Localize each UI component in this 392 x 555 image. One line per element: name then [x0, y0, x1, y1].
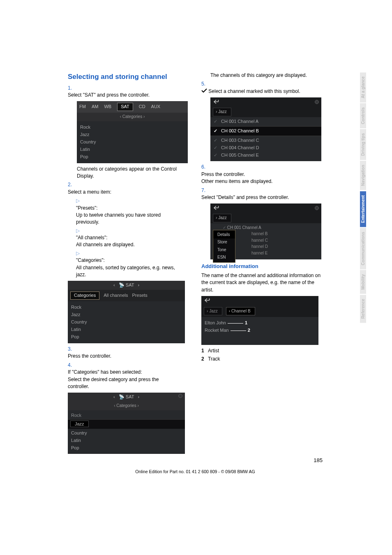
track-name: Rocket Man — [205, 328, 229, 333]
cat-row: Latin — [80, 146, 184, 153]
back-icon — [213, 99, 220, 105]
breadcrumb-jazz: Jazz — [218, 109, 227, 114]
annotation-2: 2 — [248, 328, 250, 333]
tab-driving-tips[interactable]: Driving tips — [360, 129, 366, 160]
breadcrumb-jazz: Jazz — [218, 215, 227, 220]
check-icon: ✓ — [214, 137, 221, 144]
step-number: 5. — [201, 81, 210, 88]
cat-row: Pop — [71, 444, 182, 452]
bullet-text: "All channels": All channels are display… — [76, 234, 182, 249]
channel-row: CH 001 Channel A — [227, 225, 261, 230]
paragraph-additional: The name of the channel and additional i… — [201, 272, 323, 294]
screenshot-details-menu: › Jazz ✓ CH 001 Channel A Details Store … — [210, 204, 321, 259]
cat-row: Pop — [80, 153, 184, 161]
channel-row: CH 005 Channel E — [221, 153, 259, 157]
step-text: Press the controller. — [68, 353, 180, 360]
band-wb: WB — [104, 104, 111, 110]
legend-text: Track — [208, 356, 220, 362]
screenshot-sat-tabs: ‹ 📡 SAT › Categories All channels Preset… — [68, 281, 185, 343]
screenshot-sat-categories-jazz: ‹ 📡 SAT › ‹ Categories › Rock Jazz Count… — [68, 393, 185, 454]
menu-details-selected: Details — [213, 231, 235, 239]
step-number: 4. — [68, 362, 76, 369]
tab-categories-selected: Categories — [70, 291, 99, 300]
menu-tone: Tone — [213, 246, 235, 254]
channel-row: CH 001 Channel A — [221, 119, 258, 124]
tab-controls[interactable]: Controls — [360, 103, 366, 128]
check-icon: ✓ — [214, 145, 221, 151]
step-number: 2. — [68, 181, 76, 188]
channel-row-selected: CH 002 Channel B — [221, 128, 259, 133]
cat-row: Latin — [71, 437, 182, 444]
cat-row: Country — [71, 319, 182, 326]
cat-row: Rock — [80, 124, 184, 131]
cat-row-jazz-selected: Jazz — [70, 421, 89, 427]
check-icon: ✓ — [214, 152, 221, 159]
bullet-text: "Categories": All channels, sorted by ca… — [76, 257, 182, 278]
screenshot-now-playing: › Jazz › Channel B Elton John1 Rocket Ma… — [201, 296, 318, 345]
check-icon: ✓ — [214, 118, 221, 125]
back-icon — [213, 205, 220, 211]
sat-icon: 📡 — [119, 394, 125, 399]
cat-row: Rock — [71, 304, 182, 311]
menu-esn: ESN — [213, 254, 235, 261]
menu-store: Store — [213, 238, 235, 246]
cat-row: Jazz — [80, 131, 184, 139]
knob-icon — [315, 206, 319, 210]
step-number: 6. — [201, 164, 210, 171]
knob-icon — [315, 100, 319, 104]
step-text: Select a channel marked with this symbol… — [201, 88, 314, 95]
triangle-bullet-icon: ▷ — [76, 250, 82, 257]
subheader-categories: Categories — [116, 403, 136, 408]
screenshot-sat-bands: FM AM WB SAT CD AUX ‹ Categories › Rock … — [77, 101, 188, 163]
cat-row: Country — [80, 139, 184, 146]
legend-num: 2 — [201, 356, 208, 363]
tab-at-a-glance[interactable]: At a glance — [360, 72, 366, 102]
band-fm: FM — [79, 104, 86, 110]
cat-row: Pop — [71, 333, 182, 341]
step-text: Select "SAT" and press the controller. — [68, 92, 180, 99]
sat-icon: 📡 — [119, 282, 125, 287]
step-text: Select "Details" and press the controlle… — [201, 194, 314, 201]
channel-row: CH 003 Channel C — [221, 138, 259, 143]
step-number: 1. — [68, 85, 76, 92]
tab-all-channels: All channels — [104, 292, 128, 299]
breadcrumb-channel: Channel B — [231, 309, 251, 313]
page-number: 185 — [68, 457, 323, 463]
step-text: Press the controller. Other menu items a… — [201, 171, 314, 185]
cat-row: Jazz — [71, 311, 182, 319]
tab-entertainment-active[interactable]: Entertainment — [360, 191, 366, 227]
triangle-bullet-icon: ▷ — [76, 197, 82, 204]
cat-row: Country — [71, 430, 182, 437]
note-text: The channels of this category are displa… — [210, 72, 323, 79]
note-text: Channels or categories appear on the Con… — [77, 166, 189, 180]
step-text: If "Categories" has been selected: Selec… — [68, 369, 180, 390]
tab-reference[interactable]: Reference — [360, 295, 366, 323]
step-number: 7. — [201, 187, 210, 194]
subheading-additional: Additional information — [201, 263, 323, 271]
legend-num: 1 — [201, 347, 208, 354]
footer-line: Online Edition for Part no. 01 41 2 600 … — [68, 469, 323, 474]
check-icon: ✓ — [214, 128, 221, 134]
breadcrumb-jazz: Jazz — [209, 309, 218, 313]
subheader-categories: Categories — [122, 114, 142, 119]
tab-communications[interactable]: Communications — [360, 228, 366, 269]
back-icon — [204, 298, 211, 303]
check-icon — [201, 88, 207, 95]
bullet-text: "Presets": Up to twelve channels you hav… — [76, 205, 182, 226]
annotation-1: 1 — [245, 320, 247, 325]
cat-row: Rock — [71, 412, 182, 419]
legend-text: Artist — [208, 348, 219, 354]
triangle-bullet-icon: ▷ — [76, 227, 82, 234]
band-cd: CD — [139, 104, 145, 110]
tab-presets: Presets — [132, 292, 148, 299]
band-aux: AUX — [151, 104, 161, 110]
step-text: Select a menu item: — [68, 189, 180, 196]
step-number: 3. — [68, 346, 76, 353]
tab-navigation[interactable]: Navigation — [360, 161, 366, 190]
screenshot-channel-list: › Jazz ✓CH 001 Channel A ✓CH 002 Channel… — [210, 97, 321, 161]
side-tabs: At a glance Controls Driving tips Naviga… — [360, 72, 368, 324]
knob-icon — [178, 394, 182, 398]
cat-row: Latin — [71, 326, 182, 333]
band-sat-selected: SAT — [117, 103, 133, 111]
tab-mobility[interactable]: Mobility — [360, 270, 366, 294]
